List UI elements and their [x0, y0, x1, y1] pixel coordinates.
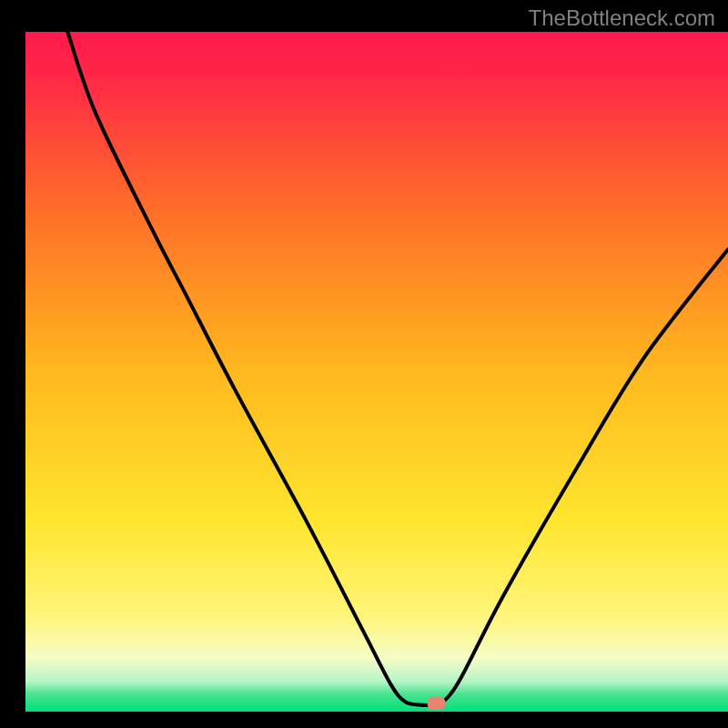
chart-container: TheBottleneck.com [0, 0, 728, 728]
bottleneck-chart [0, 0, 728, 728]
optimal-marker [428, 697, 446, 710]
plot-background [25, 32, 728, 712]
